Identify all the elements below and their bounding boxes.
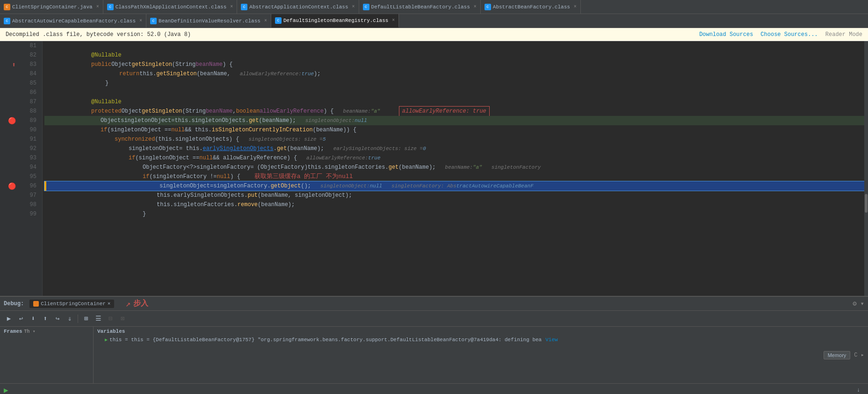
method-getsingleton-84: getSingleton — [156, 69, 196, 79]
gutter-99 — [0, 209, 17, 219]
cond2-93: && allowEarlyReference) { — [213, 153, 297, 163]
tab-close-btn[interactable]: × — [574, 4, 577, 9]
step-into-btn[interactable]: ⬇ — [28, 314, 38, 324]
ln-95: 95 — [17, 172, 39, 181]
cond-90: (singletonObject == — [107, 125, 171, 135]
gutter-94 — [0, 163, 17, 172]
step-out-btn[interactable]: ⬆ — [40, 314, 51, 324]
tab-close-btn[interactable]: × — [392, 18, 395, 23]
tab-abstract-bean-factory[interactable]: c AbstractBeanFactory.class × — [481, 0, 581, 14]
breakpoint-83[interactable]: ⬆ — [12, 61, 16, 69]
disabled-btn1: ⊟ — [105, 314, 116, 324]
debug-session-close[interactable]: × — [108, 301, 111, 307]
step-icon[interactable]: ↓ — [857, 387, 864, 394]
code-line-82: @Nullable — [44, 50, 864, 60]
method-put-97: put — [247, 191, 258, 200]
tab-abstract-autowire[interactable]: c AbstractAutowireCapableBeanFactory.cla… — [0, 14, 146, 28]
tab-icon-class7: c — [275, 17, 282, 24]
args-97: (beanName, singletonObject); — [258, 191, 352, 200]
editor-scrollbar[interactable] — [864, 41, 868, 296]
tab-client-spring-container[interactable]: c ClientSpringContainer.java × — [0, 0, 103, 14]
method-getsingleton-88: getSingleton — [142, 107, 182, 116]
memory-button[interactable]: Memory — [824, 351, 851, 359]
variables-panel: Variables ▶ this = this = {DefaultListab… — [94, 327, 824, 383]
var-singletonfactory-94: singletonFactory — [196, 163, 250, 172]
table-view-btn[interactable]: ⊞ — [81, 314, 91, 324]
choose-sources-link[interactable]: Choose Sources... — [760, 31, 817, 38]
debug-main: Frames Th ▾ Variables ▶ this = this = {D… — [0, 327, 868, 383]
columns-btn[interactable]: ☰ — [93, 314, 103, 324]
gutter-area: ⬆ 🔴 🔴 — [0, 41, 17, 296]
threads-label[interactable]: Th ▾ — [24, 329, 36, 334]
tab-icon-class5: c — [4, 18, 10, 24]
cond2-90: && this. — [185, 125, 212, 135]
debug-session-tab[interactable]: ClientSpringContainer × — [29, 300, 114, 308]
method-put-97: . — [244, 191, 247, 200]
resume-btn[interactable]: ▶ — [4, 314, 14, 324]
link-early-92[interactable]: earlySingletonObjects — [203, 144, 273, 153]
frames-header: Frames Th ▾ — [0, 327, 93, 336]
code-line-85: } — [44, 79, 864, 88]
evaluate-btn[interactable]: ⇓ — [65, 314, 75, 324]
debug-title: Debug: — [4, 301, 24, 307]
chinese-annotation-95: 获取第三级缓存a 的工厂 不为null — [254, 172, 353, 181]
sync-91: (this.singletonObjects) { — [155, 135, 239, 144]
tab-default-singleton-registry[interactable]: c DefaultSingletonBeanRegistry.class × — [271, 14, 399, 28]
breakpoint-89[interactable]: 🔴 — [8, 117, 16, 125]
tab-bean-def-value-resolver[interactable]: c BeanDefinitionValueResolver.class × — [146, 14, 271, 28]
tab-close-btn[interactable]: × — [352, 4, 355, 9]
info-bar-links: Download Sources Choose Sources... Reade… — [699, 31, 862, 38]
kw-sync-91: synchronized — [115, 135, 155, 144]
field-factories-98: singletonFactories — [174, 200, 234, 209]
args-84: (beanName, — [197, 69, 231, 79]
tab-default-listable[interactable]: c DefaultListableBeanFactory.class × — [359, 0, 481, 14]
tab-close-btn[interactable]: × — [96, 4, 99, 9]
breakpoint-96[interactable]: 🔴 — [8, 182, 16, 190]
expand-this-icon[interactable]: ▶ — [105, 337, 108, 343]
var-singleton-96: singletonObject — [159, 181, 210, 191]
code-line-92: singletonObject = this. earlySingletonOb… — [44, 144, 864, 153]
method-remove-98: remove — [238, 200, 258, 209]
kw-if-93: if — [129, 153, 135, 163]
kw-if-90: if — [101, 125, 107, 135]
code-line-81 — [44, 41, 864, 50]
gutter-88 — [0, 107, 17, 116]
ln-85: 85 — [17, 79, 39, 88]
ln-94: 94 — [17, 163, 39, 172]
param-beanname-88: beanName — [206, 107, 233, 116]
step-into-arrow: ↗ — [125, 299, 130, 309]
arg-90: (beanName)) { — [313, 125, 357, 135]
debug-panel: Debug: ClientSpringContainer × ↗ 步入 ⚙ ▾ … — [0, 296, 868, 394]
view-link[interactable]: View — [545, 337, 557, 343]
toolbar-separator — [78, 315, 78, 323]
download-sources-link[interactable]: Download Sources — [699, 31, 753, 38]
gutter-91 — [0, 135, 17, 144]
tab-abstract-application[interactable]: c AbstractApplicationContext.class × — [237, 0, 359, 14]
tab-close-btn[interactable]: × — [474, 4, 477, 9]
disabled-btn2: ⊠ — [117, 314, 128, 324]
play-resume-icon[interactable]: ▶ — [4, 386, 8, 394]
tab-close-btn[interactable]: × — [264, 18, 267, 23]
params-88: ( — [182, 107, 185, 116]
eq-92: = this. — [179, 144, 203, 153]
code-line-99: } — [44, 209, 864, 219]
kw-null-90: null — [171, 125, 185, 135]
tab-classpath-xml[interactable]: c ClassPathXmlApplicationContext.class × — [103, 0, 238, 14]
method-get2-94: get — [389, 163, 399, 172]
hint-beanname-val-88: "a" — [371, 107, 380, 116]
tab-icon-class1: c — [107, 4, 114, 10]
code-content[interactable]: @Nullable public Object getSingleton ( S… — [43, 41, 864, 296]
tab-close-btn[interactable]: × — [139, 18, 142, 23]
tab-close-btn[interactable]: × — [230, 4, 233, 9]
frames-panel: Frames Th ▾ — [0, 327, 94, 383]
run-cursor-btn[interactable]: ↪ — [52, 314, 63, 324]
eq-94: = ( — [250, 163, 260, 172]
method-issingleton-90: isSingletonCurrentlyInCreation — [212, 125, 313, 135]
frames-label: Frames — [4, 329, 22, 334]
gear-icon[interactable]: ⚙ — [853, 300, 856, 308]
step-over-btn[interactable]: ↩ — [16, 314, 26, 324]
type-objectfactory-94: ObjectFactory<?> — [143, 163, 196, 172]
this-97: this. — [157, 191, 174, 200]
settings-icon[interactable]: ▾ — [861, 300, 864, 308]
memory-settings-icon[interactable]: C ▸ — [854, 351, 864, 358]
